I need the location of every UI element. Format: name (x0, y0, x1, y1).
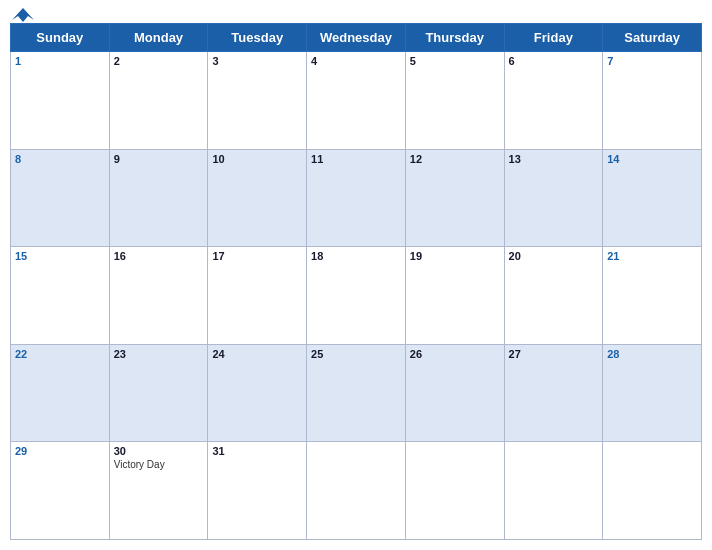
calendar-cell: 18 (307, 247, 406, 345)
day-number: 4 (311, 55, 401, 67)
calendar-cell: 17 (208, 247, 307, 345)
header-sunday: Sunday (11, 24, 110, 52)
logo (10, 6, 34, 24)
calendar-cell (307, 442, 406, 540)
header-tuesday: Tuesday (208, 24, 307, 52)
calendar-cell: 27 (504, 344, 603, 442)
calendar-cell: 2 (109, 52, 208, 150)
calendar-cell: 20 (504, 247, 603, 345)
week-row-2: 891011121314 (11, 149, 702, 247)
day-number: 14 (607, 153, 697, 165)
calendar-cell: 7 (603, 52, 702, 150)
calendar-cell: 4 (307, 52, 406, 150)
day-number: 24 (212, 348, 302, 360)
week-row-1: 1234567 (11, 52, 702, 150)
week-row-5: 2930Victory Day31 (11, 442, 702, 540)
day-number: 27 (509, 348, 599, 360)
calendar-cell: 11 (307, 149, 406, 247)
day-number: 10 (212, 153, 302, 165)
calendar-cell: 13 (504, 149, 603, 247)
day-number: 17 (212, 250, 302, 262)
calendar-cell: 15 (11, 247, 110, 345)
day-number: 9 (114, 153, 204, 165)
week-row-4: 22232425262728 (11, 344, 702, 442)
calendar-cell (603, 442, 702, 540)
calendar-cell: 30Victory Day (109, 442, 208, 540)
day-number: 28 (607, 348, 697, 360)
day-number: 13 (509, 153, 599, 165)
calendar-cell: 3 (208, 52, 307, 150)
day-number: 31 (212, 445, 302, 457)
day-number: 19 (410, 250, 500, 262)
calendar-cell (405, 442, 504, 540)
calendar-cell: 5 (405, 52, 504, 150)
calendar-header (10, 10, 702, 23)
header-saturday: Saturday (603, 24, 702, 52)
day-number: 30 (114, 445, 204, 457)
header-thursday: Thursday (405, 24, 504, 52)
day-headers-row: Sunday Monday Tuesday Wednesday Thursday… (11, 24, 702, 52)
calendar-cell: 10 (208, 149, 307, 247)
calendar-cell: 21 (603, 247, 702, 345)
calendar-cell: 1 (11, 52, 110, 150)
day-number: 11 (311, 153, 401, 165)
calendar-cell: 28 (603, 344, 702, 442)
day-number: 29 (15, 445, 105, 457)
day-number: 25 (311, 348, 401, 360)
day-number: 23 (114, 348, 204, 360)
holiday-label: Victory Day (114, 459, 204, 470)
calendar-cell: 8 (11, 149, 110, 247)
calendar-cell: 29 (11, 442, 110, 540)
day-number: 20 (509, 250, 599, 262)
day-number: 2 (114, 55, 204, 67)
day-number: 21 (607, 250, 697, 262)
logo-bird-icon (12, 6, 34, 24)
calendar-cell: 22 (11, 344, 110, 442)
day-number: 18 (311, 250, 401, 262)
calendar-cell: 16 (109, 247, 208, 345)
day-number: 7 (607, 55, 697, 67)
calendar-cell: 26 (405, 344, 504, 442)
day-number: 5 (410, 55, 500, 67)
day-number: 12 (410, 153, 500, 165)
calendar-cell: 6 (504, 52, 603, 150)
calendar-cell (504, 442, 603, 540)
calendar-cell: 25 (307, 344, 406, 442)
day-number: 16 (114, 250, 204, 262)
calendar-cell: 24 (208, 344, 307, 442)
calendar-cell: 23 (109, 344, 208, 442)
calendar-cell: 9 (109, 149, 208, 247)
day-number: 3 (212, 55, 302, 67)
svg-marker-0 (12, 8, 34, 22)
calendar-cell: 14 (603, 149, 702, 247)
calendar-cell: 31 (208, 442, 307, 540)
day-number: 26 (410, 348, 500, 360)
day-number: 22 (15, 348, 105, 360)
header-friday: Friday (504, 24, 603, 52)
day-number: 15 (15, 250, 105, 262)
day-number: 6 (509, 55, 599, 67)
header-monday: Monday (109, 24, 208, 52)
header-wednesday: Wednesday (307, 24, 406, 52)
week-row-3: 15161718192021 (11, 247, 702, 345)
calendar-cell: 12 (405, 149, 504, 247)
calendar-cell: 19 (405, 247, 504, 345)
calendar-table: Sunday Monday Tuesday Wednesday Thursday… (10, 23, 702, 540)
day-number: 8 (15, 153, 105, 165)
day-number: 1 (15, 55, 105, 67)
